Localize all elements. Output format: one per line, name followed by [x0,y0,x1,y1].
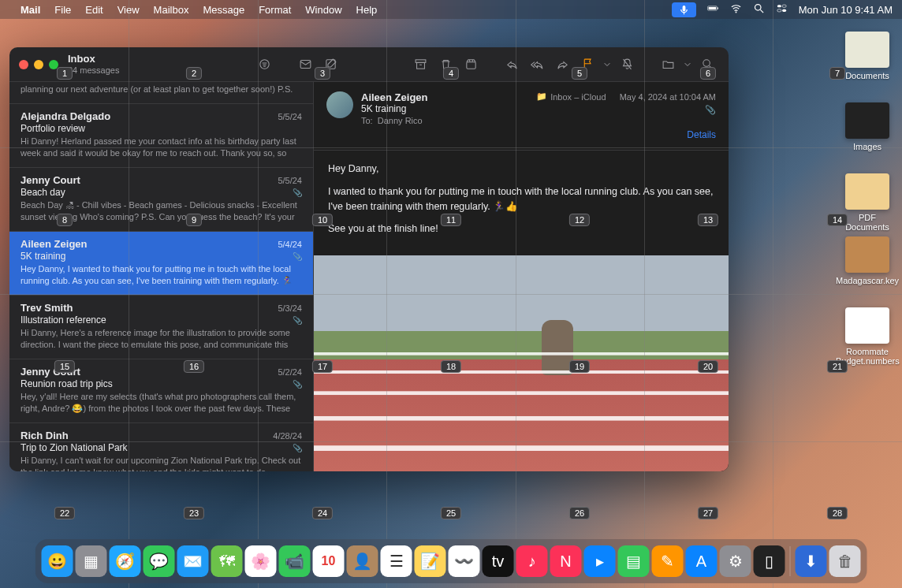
window-close-button[interactable] [19,60,28,69]
list-date: 5/3/24 [278,303,302,313]
menubar-clock[interactable]: Mon Jun 10 9:41 AM [799,4,893,16]
sender-avatar [326,91,353,118]
message-reader: Aileen Zeigen 5K training To: Danny Rico… [314,82,729,471]
move-menu-button[interactable] [681,54,694,75]
filter-button[interactable] [252,54,276,75]
dock-facetime[interactable]: 📹 [279,545,311,577]
message-list[interactable]: planning our next adventure (or at least… [9,82,314,471]
list-date: 5/5/24 [278,176,302,185]
dock-pages[interactable]: ✎ [652,545,684,577]
menu-edit[interactable]: Edit [85,4,102,16]
desktop-label: Documents [836,71,899,80]
desktop-item-keynote[interactable]: Madagascar.key [836,236,899,285]
menu-view[interactable]: View [117,4,140,16]
menu-window[interactable]: Window [305,4,341,16]
dock-safari[interactable]: 🧭 [110,545,141,577]
list-preview: Hey Danny, I wanted to thank you for put… [20,263,302,287]
desktop-item-folder-images[interactable]: Images [836,102,899,151]
spotlight-icon[interactable] [753,2,765,17]
grid-badge: 22 [54,507,75,519]
desktop-item-folder-pdf[interactable]: PDF Documents [836,173,899,232]
desktop-thumb-icon [845,32,889,68]
mute-button[interactable] [615,54,639,75]
svg-rect-18 [416,62,424,69]
flag-button[interactable] [576,54,599,75]
message-list-item[interactable]: Alejandra Delgado5/5/24Portfolio reviewH… [9,104,313,168]
wifi-icon[interactable] [730,2,742,17]
message-list-item[interactable]: Jenny Court5/5/24Beach day📎Beach Day 🏖 -… [9,168,313,232]
window-minimize-button[interactable] [34,60,43,69]
list-preview: planning our next adventure (or at least… [20,84,302,95]
dock-music[interactable]: ♪ [516,545,548,577]
dock-downloads[interactable]: ⬇︎ [796,545,827,577]
list-preview: Hi Danny, I can't wait for our upcoming … [20,455,302,471]
message-list-item[interactable]: Trev Smith5/3/24Illustration reference📎H… [9,296,313,359]
archive-button[interactable] [408,54,432,75]
dock-keynote[interactable]: ▸ [584,545,616,577]
message-list-item[interactable]: Aileen Zeigen5/4/245K training📎Hey Danny… [9,232,313,296]
flag-menu-button[interactable] [601,54,613,75]
dock-appstore[interactable]: A [686,545,718,577]
dock-trash[interactable]: 🗑 [829,545,861,577]
dock-freeform[interactable]: 〰️ [449,545,480,577]
reply-button[interactable] [500,54,524,75]
dock-news[interactable]: N [550,545,582,577]
delete-button[interactable] [434,54,457,75]
attachment-icon: 📎 [293,380,302,389]
list-sender: Rich Dinh [20,430,69,441]
dock-launchpad[interactable]: ▦ [76,545,107,577]
dock-finder[interactable]: 😀 [42,545,73,577]
message-list-item[interactable]: Rich Dinh4/28/24Trip to Zion National Pa… [9,423,313,471]
dock-messages[interactable]: 💬 [144,545,175,577]
reader-attachment-image[interactable] [314,255,729,471]
menu-mailbox[interactable]: Mailbox [154,4,189,16]
message-list-item[interactable]: planning our next adventure (or at least… [9,84,313,104]
list-sender: Aileen Zeigen [20,238,88,250]
dock-settings[interactable]: ⚙︎ [720,545,751,577]
dock-tv[interactable]: tv [483,545,514,577]
message-list-item[interactable]: Jenny Court5/2/24Reunion road trip pics📎… [9,359,313,423]
list-subject: Illustration reference [20,314,106,326]
desktop-thumb-icon [845,236,889,273]
svg-point-5 [755,5,761,11]
list-date: 5/2/24 [278,367,302,377]
dock-mail[interactable]: ✉️ [177,545,209,577]
dock-calendar[interactable]: 10 [313,545,345,577]
details-button[interactable]: Details [536,129,716,140]
menu-file[interactable]: File [54,4,71,16]
battery-icon[interactable] [707,2,719,17]
dock-notes[interactable]: 📝 [415,545,446,577]
junk-button[interactable] [459,54,483,75]
list-date: 4/28/24 [273,431,302,441]
desktop-item-numbers[interactable]: Roommate Budget.numbers [836,307,899,366]
dock-iphone-mirror[interactable]: ▯ [754,545,785,577]
menu-format[interactable]: Format [259,4,291,16]
move-button[interactable] [656,54,680,75]
dock-numbers[interactable]: ▤ [618,545,650,577]
forward-button[interactable] [550,54,574,75]
reader-mailbox: Inbox – iCloud [550,92,606,102]
search-button[interactable] [695,54,719,75]
window-zoom-button[interactable] [49,60,58,69]
menu-help[interactable]: Help [356,4,378,16]
new-message-button[interactable] [319,54,342,75]
list-sender: Jenny Court [20,366,80,378]
svg-point-4 [735,12,736,13]
list-subject: Portfolio review [20,123,85,134]
reply-all-button[interactable] [525,54,549,75]
desktop-item-folder-docs[interactable]: Documents [836,32,899,80]
grid-badge: 28 [827,507,848,519]
dock-contacts[interactable]: 👤 [347,545,378,577]
desktop-label: Madagascar.key [836,276,899,285]
menu-message[interactable]: Message [203,4,244,16]
dock-photos[interactable]: 🌸 [245,545,277,577]
dock-maps[interactable]: 🗺 [211,545,243,577]
attachment-icon: 📎 [293,316,302,325]
app-menu[interactable]: Mail [20,4,40,16]
control-center-icon[interactable] [776,2,788,17]
dock-reminders[interactable]: ☰ [381,545,412,577]
svg-rect-7 [777,5,781,7]
window-controls [19,60,58,69]
mic-status-icon[interactable] [672,2,696,17]
compose-button[interactable] [293,54,317,75]
